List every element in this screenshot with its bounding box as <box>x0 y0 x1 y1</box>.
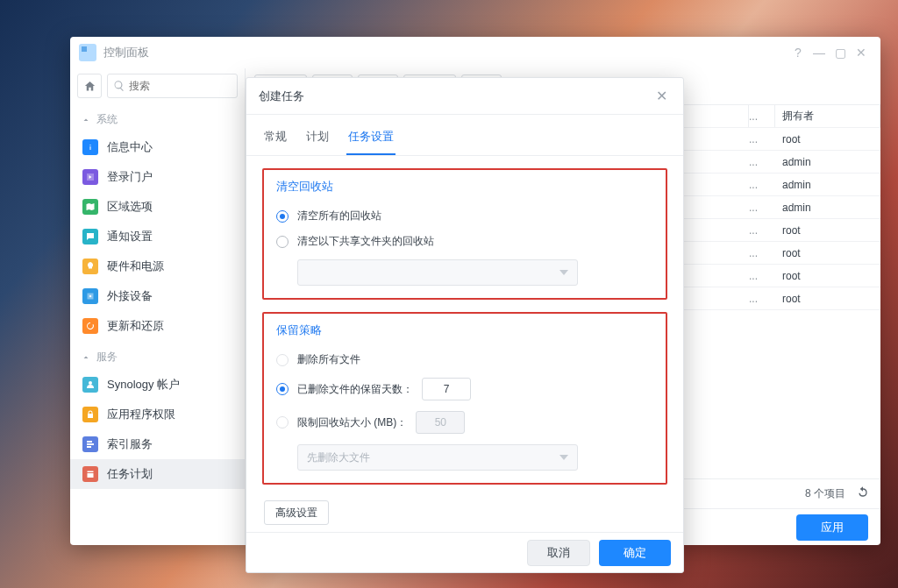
shared-folder-select[interactable] <box>297 259 578 286</box>
radio-icon <box>276 236 289 248</box>
create-task-dialog: 创建任务 ✕ 常规 计划 任务设置 清空回收站 清空所有的回收站 清空以下共享文… <box>246 77 684 573</box>
owner-cell: admin <box>775 156 880 168</box>
owner-cell: admin <box>775 179 880 191</box>
section-retention-title: 保留策略 <box>276 322 653 338</box>
help-button[interactable]: ? <box>788 42 809 63</box>
home-icon <box>83 80 96 93</box>
nav-notifications[interactable]: 通知设置 <box>70 222 245 251</box>
minimize-button[interactable]: — <box>809 42 830 63</box>
radio-empty-selected[interactable]: 清空以下共享文件夹的回收站 <box>276 229 653 254</box>
dialog-footer: 取消 确定 <box>246 532 683 572</box>
reload-button[interactable] <box>856 485 870 502</box>
advanced-settings-button[interactable]: 高级设置 <box>264 500 329 525</box>
delete-priority-select[interactable]: 先删除大文件 <box>297 444 578 471</box>
owner-cell: admin <box>775 202 880 214</box>
radio-icon <box>276 383 289 395</box>
nav-login-portal[interactable]: 登录门户 <box>70 162 245 192</box>
bulb-icon <box>85 261 96 272</box>
dialog-close-button[interactable]: ✕ <box>652 87 671 106</box>
radio-icon <box>276 210 289 223</box>
nav-app-privileges[interactable]: 应用程序权限 <box>70 400 245 429</box>
window-title: 控制面板 <box>103 45 149 60</box>
nav-synology-account[interactable]: Synology 帐户 <box>70 370 245 400</box>
chevron-down-icon <box>559 270 568 275</box>
owner-cell: root <box>775 293 880 305</box>
app-icon <box>79 44 96 61</box>
group-services-label: 服务 <box>96 350 118 365</box>
nav-update[interactable]: 更新和还原 <box>70 311 245 341</box>
sidebar: 系统 信息中心 登录门户 区域选项 通知设置 硬件和电源 外接设备 更新和还原 … <box>70 68 246 545</box>
nav-hardware[interactable]: 硬件和电源 <box>70 251 245 281</box>
ok-button[interactable]: 确定 <box>599 540 671 566</box>
notification-icon <box>85 231 96 242</box>
cancel-button[interactable]: 取消 <box>527 540 590 566</box>
nav-indexing[interactable]: 索引服务 <box>70 429 245 459</box>
tab-schedule[interactable]: 计划 <box>304 124 331 155</box>
radio-empty-all[interactable]: 清空所有的回收站 <box>276 203 653 229</box>
dialog-header: 创建任务 ✕ <box>246 78 683 115</box>
index-icon <box>85 439 96 450</box>
chevron-up-icon <box>81 352 91 363</box>
section-retention: 保留策略 删除所有文件 已删除文件的保留天数： 限制回收站大小 (MB)： 先删… <box>262 312 667 485</box>
svg-point-0 <box>89 381 92 385</box>
nav-task-scheduler[interactable]: 任务计划 <box>70 459 245 489</box>
owner-cell: root <box>775 133 880 145</box>
calendar-icon <box>85 469 96 479</box>
column-more: ... <box>749 105 775 127</box>
region-icon <box>85 202 96 212</box>
apply-button[interactable]: 应用 <box>796 514 868 541</box>
portal-icon <box>85 172 96 182</box>
nav-region[interactable]: 区域选项 <box>70 192 245 222</box>
nav-info-center[interactable]: 信息中心 <box>70 132 245 162</box>
column-owner: 拥有者 <box>775 105 880 127</box>
dialog-title: 创建任务 <box>259 89 304 104</box>
close-button[interactable]: ✕ <box>851 42 872 63</box>
radio-delete-all[interactable]: 删除所有文件 <box>276 347 653 372</box>
group-system-label: 系统 <box>96 112 118 127</box>
external-icon <box>85 291 96 301</box>
radio-icon <box>276 354 289 366</box>
update-icon <box>85 321 96 331</box>
item-count: 8 个项目 <box>805 486 845 501</box>
owner-cell: root <box>775 224 880 237</box>
group-services-header[interactable]: 服务 <box>70 341 245 370</box>
search-icon <box>113 80 125 92</box>
window-titlebar: 控制面板 ? — ▢ ✕ <box>70 37 880 68</box>
dialog-tabs: 常规 计划 任务设置 <box>246 115 683 156</box>
nav-external[interactable]: 外接设备 <box>70 281 245 311</box>
reload-icon <box>856 485 870 499</box>
group-system-header[interactable]: 系统 <box>70 103 245 132</box>
search-input[interactable] <box>129 80 232 92</box>
owner-cell: root <box>775 247 880 259</box>
lock-icon <box>85 409 96 420</box>
section-empty-recycle-title: 清空回收站 <box>276 179 653 195</box>
info-icon <box>85 142 96 152</box>
size-input <box>416 411 465 434</box>
chevron-down-icon <box>559 455 568 460</box>
owner-cell: root <box>775 270 880 282</box>
days-input[interactable] <box>422 378 471 400</box>
search-box[interactable] <box>107 74 238 98</box>
radio-keep-days[interactable]: 已删除文件的保留天数： <box>276 372 653 406</box>
radio-icon <box>276 416 289 429</box>
maximize-button[interactable]: ▢ <box>830 42 851 63</box>
tab-general[interactable]: 常规 <box>262 124 289 155</box>
tab-task-settings[interactable]: 任务设置 <box>346 124 396 155</box>
home-button[interactable] <box>77 74 102 98</box>
radio-size-limit[interactable]: 限制回收站大小 (MB)： <box>276 406 653 439</box>
section-empty-recycle: 清空回收站 清空所有的回收站 清空以下共享文件夹的回收站 <box>262 168 667 300</box>
chevron-up-icon <box>81 115 91 125</box>
account-icon <box>85 379 96 390</box>
